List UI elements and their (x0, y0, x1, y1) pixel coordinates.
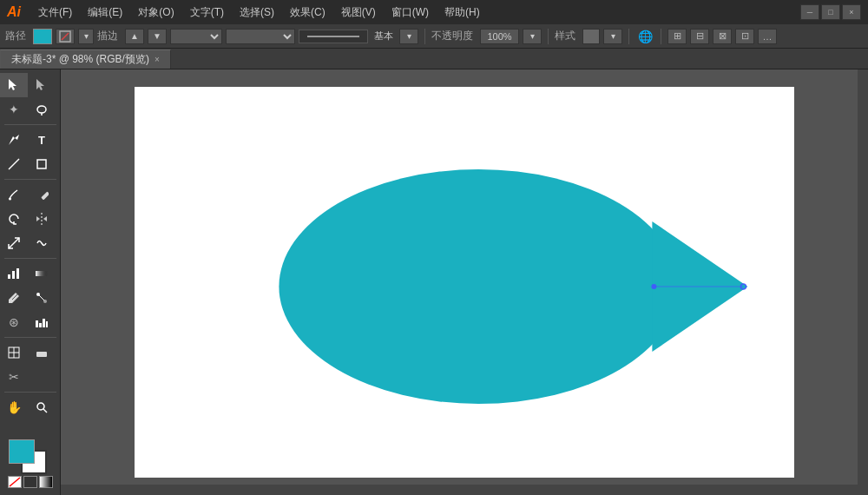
eraser-tool-btn[interactable] (28, 340, 56, 365)
menu-window[interactable]: 窗口(W) (385, 3, 436, 22)
svg-line-21 (39, 295, 44, 300)
stroke-up-btn[interactable]: ▲ (125, 29, 144, 44)
line-tool-btn[interactable] (0, 152, 28, 176)
align-right-btn[interactable]: ⊠ (713, 29, 732, 44)
toolbox: ✦ T (0, 69, 61, 495)
symbol-tool-btn[interactable]: ⊛ (0, 310, 28, 334)
style-menu-btn[interactable]: ▾ (603, 29, 622, 44)
rotate-tool-btn[interactable] (0, 207, 28, 231)
svg-line-32 (10, 478, 20, 486)
fish-container (253, 152, 756, 412)
svg-marker-12 (43, 216, 47, 221)
tool-sep2 (4, 179, 56, 180)
stroke-type-btn[interactable]: ▾ (78, 29, 94, 44)
tool-row-select (0, 73, 60, 97)
menu-select[interactable]: 选择(S) (233, 3, 281, 22)
svg-marker-3 (36, 79, 44, 90)
magic-wand-tool-btn[interactable]: ✦ (0, 97, 28, 122)
tool-row-line (0, 152, 60, 176)
tool-row-wand: ✦ (0, 97, 60, 122)
pencil-tool-btn[interactable] (28, 182, 56, 207)
graph-tool-btn[interactable] (0, 261, 28, 286)
menu-view[interactable]: 视图(V) (334, 3, 383, 22)
svg-marker-2 (9, 79, 16, 90)
svg-rect-14 (8, 274, 10, 279)
paintbrush-tool-btn[interactable] (0, 182, 28, 207)
svg-point-38 (651, 284, 656, 289)
column-graph-tool-btn[interactable] (28, 310, 56, 334)
canvas-area (61, 69, 868, 495)
slice-tool-btn[interactable] (0, 340, 28, 365)
globe-btn[interactable]: 🌐 (635, 29, 654, 44)
main-layout: ✦ T (0, 69, 868, 495)
direct-select-tool-btn[interactable] (28, 73, 56, 97)
svg-rect-9 (41, 191, 49, 200)
opacity-label: 不透明度 (431, 29, 473, 43)
canvas-scrollbar-v[interactable] (858, 69, 868, 485)
tool-row-slice (0, 340, 60, 365)
scissors-tool-btn[interactable]: ✂ (0, 365, 28, 389)
style-select[interactable] (226, 29, 295, 44)
svg-point-4 (37, 106, 46, 113)
warp-tool-btn[interactable] (28, 231, 56, 255)
fish-shape[interactable] (253, 152, 756, 412)
more-btn[interactable]: … (758, 29, 777, 44)
menu-help[interactable]: 帮助(H) (437, 3, 487, 22)
color-swatches (4, 436, 56, 492)
tool-row-scissors: ✂ (0, 365, 60, 389)
align-top-btn[interactable]: ⊡ (735, 29, 754, 44)
tool-sep4 (4, 337, 56, 338)
zoom-tool-btn[interactable] (28, 395, 56, 419)
tab-close-btn[interactable]: × (155, 55, 160, 64)
maximize-btn[interactable]: □ (821, 4, 840, 20)
pen-tool-btn[interactable] (0, 128, 28, 152)
select-tool-btn[interactable] (0, 73, 28, 97)
gradient-swatch[interactable] (39, 476, 53, 488)
reflect-tool-btn[interactable] (28, 207, 56, 231)
blend-tool-btn[interactable] (28, 286, 56, 310)
hand-tool-btn[interactable]: ✋ (0, 395, 28, 419)
none-swatch[interactable] (8, 476, 22, 488)
stroke-down-btn[interactable]: ▼ (148, 29, 167, 44)
menu-file[interactable]: 文件(F) (31, 3, 79, 22)
gradient-tool-btn[interactable] (28, 261, 56, 286)
empty-tool-btn (28, 365, 56, 389)
close-btn[interactable]: × (842, 4, 861, 20)
menu-effect[interactable]: 效果(C) (283, 3, 332, 22)
svg-line-1 (62, 33, 69, 40)
menu-object[interactable]: 对象(O) (131, 3, 181, 22)
eyedropper-tool-btn[interactable] (0, 286, 28, 310)
opacity-input[interactable] (480, 29, 519, 44)
lasso-tool-btn[interactable] (28, 97, 56, 122)
svg-line-6 (9, 159, 19, 169)
black-swatch[interactable] (23, 476, 37, 488)
minimize-btn[interactable]: ─ (800, 4, 819, 20)
swatch-small-row (8, 476, 53, 488)
fill-color-box[interactable] (33, 29, 52, 44)
stroke-label: 描边 (97, 29, 118, 43)
tool-row-scale (0, 231, 60, 255)
type-tool-btn[interactable]: T (28, 128, 56, 152)
divider3 (628, 29, 629, 44)
stroke-width-select[interactable] (170, 29, 222, 44)
scale-tool-btn[interactable] (0, 231, 28, 255)
rect-tool-btn[interactable] (28, 152, 56, 176)
menu-edit[interactable]: 编辑(E) (81, 3, 129, 22)
align-center-btn[interactable]: ⊟ (690, 29, 709, 44)
fill-swatch[interactable] (9, 439, 35, 464)
style-preview-box[interactable] (582, 29, 600, 44)
path-label: 路径 (5, 29, 26, 43)
svg-rect-22 (36, 320, 38, 327)
document-tab[interactable]: 未标题-3* @ 98% (RGB/预览) × (0, 50, 171, 69)
tab-bar: 未标题-3* @ 98% (RGB/预览) × (0, 49, 868, 69)
align-left-btn[interactable]: ⊞ (667, 29, 687, 44)
opacity-menu-btn[interactable]: ▾ (523, 29, 542, 44)
canvas-scrollbar-h[interactable] (61, 485, 868, 495)
stroke-icon-btn[interactable] (56, 29, 75, 44)
menu-type[interactable]: 文字(T) (183, 3, 231, 22)
tool-row-symbol: ⊛ (0, 310, 60, 334)
tab-title: 未标题-3* @ 98% (RGB/预览) (11, 52, 149, 67)
stroke-menu-btn[interactable]: ▾ (399, 29, 418, 44)
tool-row-hand: ✋ (0, 395, 60, 419)
svg-line-13 (9, 238, 19, 248)
